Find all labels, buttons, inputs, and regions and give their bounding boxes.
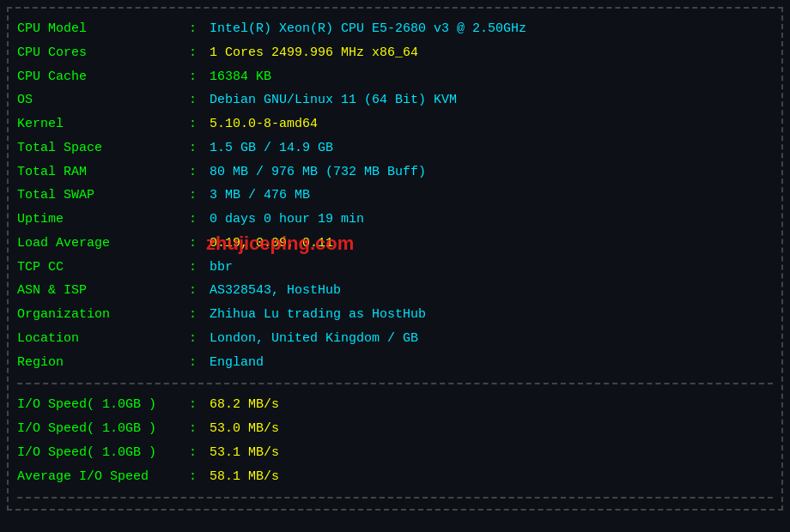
info-row: CPU Cache:16384 KB xyxy=(17,65,773,89)
row-label: Uptime xyxy=(17,208,189,232)
row-value: 80 MB / 976 MB (732 MB Buff) xyxy=(210,160,426,184)
io-row-colon: : xyxy=(189,393,203,417)
row-label: Kernel xyxy=(17,112,189,136)
row-colon: : xyxy=(189,208,203,232)
info-row: Total Space:1.5 GB / 14.9 GB xyxy=(17,136,773,160)
row-label: Organization xyxy=(17,303,189,327)
io-row: I/O Speed( 1.0GB ):53.1 MB/s xyxy=(17,441,773,465)
io-row-colon: : xyxy=(189,441,203,465)
row-value: Intel(R) Xeon(R) CPU E5-2680 v3 @ 2.50GH… xyxy=(210,17,526,41)
row-value: London, United Kingdom / GB xyxy=(210,327,418,351)
info-row: TCP CC:bbr xyxy=(17,256,773,280)
row-colon: : xyxy=(189,65,203,89)
row-colon: : xyxy=(189,17,203,41)
row-label: CPU Cache xyxy=(17,65,189,89)
system-info-section: CPU Model:Intel(R) Xeon(R) CPU E5-2680 v… xyxy=(17,14,773,378)
row-colon: : xyxy=(189,232,203,256)
row-label: TCP CC xyxy=(17,256,189,280)
row-colon: : xyxy=(189,136,203,160)
info-row: Uptime:0 days 0 hour 19 min xyxy=(17,208,773,232)
io-row-value: 53.1 MB/s xyxy=(210,441,279,465)
io-row-label: Average I/O Speed xyxy=(17,465,189,489)
row-label: ASN & ISP xyxy=(17,279,189,303)
row-colon: : xyxy=(189,184,203,208)
row-value: 3 MB / 476 MB xyxy=(210,184,310,208)
io-row-label: I/O Speed( 1.0GB ) xyxy=(17,441,189,465)
row-label: Location xyxy=(17,327,189,351)
io-row: I/O Speed( 1.0GB ):68.2 MB/s xyxy=(17,393,773,417)
row-value: Debian GNU/Linux 11 (64 Bit) KVM xyxy=(210,88,457,112)
io-row-label: I/O Speed( 1.0GB ) xyxy=(17,393,189,417)
row-value: bbr xyxy=(210,256,233,280)
row-value: 0 days 0 hour 19 min xyxy=(210,208,364,232)
info-row: Organization:Zhihua Lu trading as HostHu… xyxy=(17,303,773,327)
row-colon: : xyxy=(189,112,203,136)
io-row-colon: : xyxy=(189,465,203,489)
section-divider xyxy=(17,383,773,384)
row-label: Region xyxy=(17,351,189,375)
row-colon: : xyxy=(189,88,203,112)
row-label: OS xyxy=(17,88,189,112)
main-container: CPU Model:Intel(R) Xeon(R) CPU E5-2680 v… xyxy=(7,7,783,511)
row-label: CPU Model xyxy=(17,17,189,41)
io-row: Average I/O Speed:58.1 MB/s xyxy=(17,465,773,489)
io-speed-section: I/O Speed( 1.0GB ):68.2 MB/sI/O Speed( 1… xyxy=(17,390,773,492)
row-label: Total Space xyxy=(17,136,189,160)
row-colon: : xyxy=(189,41,203,65)
row-colon: : xyxy=(189,160,203,184)
io-row-value: 68.2 MB/s xyxy=(210,393,279,417)
row-colon: : xyxy=(189,303,203,327)
info-row: Region:England xyxy=(17,351,773,375)
io-row: I/O Speed( 1.0GB ):53.0 MB/s xyxy=(17,417,773,441)
row-value: 1 Cores 2499.996 MHz x86_64 xyxy=(210,41,418,65)
row-value: England xyxy=(210,351,264,375)
row-value: 16384 KB xyxy=(210,65,271,89)
row-colon: : xyxy=(189,351,203,375)
info-row: OS:Debian GNU/Linux 11 (64 Bit) KVM xyxy=(17,88,773,112)
info-row: ASN & ISP:AS328543, HostHub xyxy=(17,279,773,303)
row-label: Total SWAP xyxy=(17,184,189,208)
row-label: Load Average xyxy=(17,232,189,256)
row-value: AS328543, HostHub xyxy=(210,279,341,303)
row-value: 5.10.0-8-amd64 xyxy=(210,112,318,136)
info-row: CPU Cores:1 Cores 2499.996 MHz x86_64 xyxy=(17,41,773,65)
row-colon: : xyxy=(189,256,203,280)
info-row: Total RAM:80 MB / 976 MB (732 MB Buff) xyxy=(17,160,773,184)
info-row: Total SWAP:3 MB / 476 MB xyxy=(17,184,773,208)
io-row-value: 58.1 MB/s xyxy=(210,465,279,489)
io-row-colon: : xyxy=(189,417,203,441)
info-row: Load Average:0.19, 0.09, 0.11zhujiceping… xyxy=(17,232,773,256)
io-row-value: 53.0 MB/s xyxy=(210,417,279,441)
row-colon: : xyxy=(189,327,203,351)
row-value: 1.5 GB / 14.9 GB xyxy=(210,136,333,160)
row-colon: : xyxy=(189,279,203,303)
bottom-divider xyxy=(17,497,773,499)
info-row: CPU Model:Intel(R) Xeon(R) CPU E5-2680 v… xyxy=(17,17,773,41)
row-value: 0.19, 0.09, 0.11 xyxy=(210,232,333,256)
row-value: Zhihua Lu trading as HostHub xyxy=(210,303,426,327)
info-row: Location:London, United Kingdom / GB xyxy=(17,327,773,351)
info-row: Kernel:5.10.0-8-amd64 xyxy=(17,112,773,136)
io-row-label: I/O Speed( 1.0GB ) xyxy=(17,417,189,441)
row-label: CPU Cores xyxy=(17,41,189,65)
row-label: Total RAM xyxy=(17,160,189,184)
